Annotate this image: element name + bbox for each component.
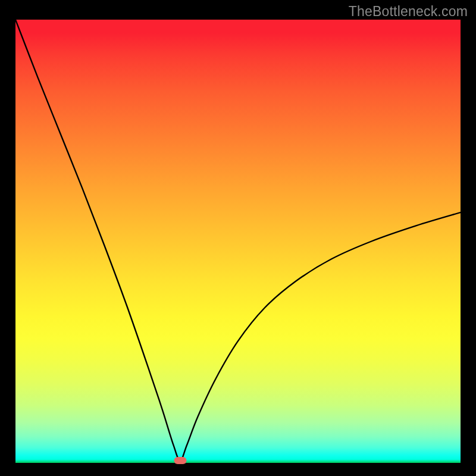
- optimum-marker: [174, 457, 186, 464]
- chart-container: TheBottleneck.com: [0, 0, 476, 476]
- plot-area: [15, 20, 461, 463]
- bottleneck-curve: [15, 20, 461, 461]
- watermark-text: TheBottleneck.com: [349, 4, 468, 20]
- curve-svg: [15, 20, 461, 463]
